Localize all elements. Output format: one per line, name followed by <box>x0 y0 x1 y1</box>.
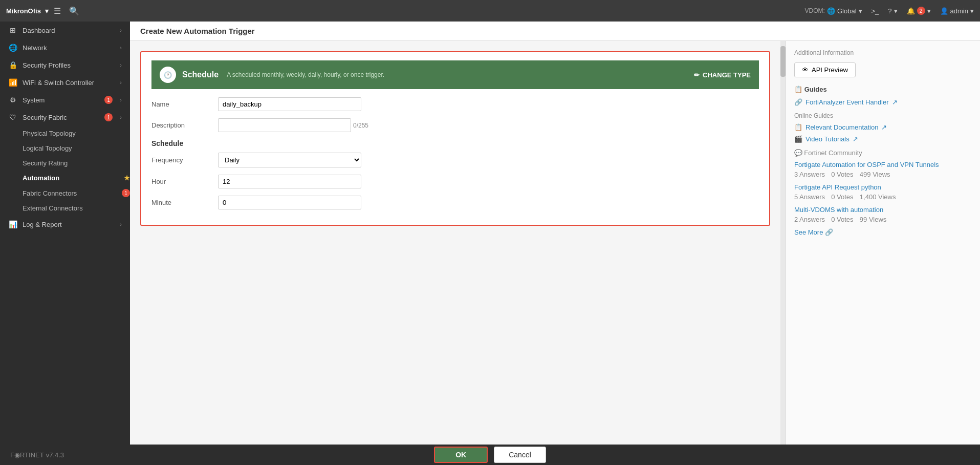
sidebar-item-security-rating[interactable]: Security Rating <box>23 156 130 171</box>
community-link-2[interactable]: Fortigate API Request python <box>794 183 972 191</box>
notifications-button[interactable]: 🔔 2 ▾ <box>907 7 931 15</box>
fortianalyzer-link[interactable]: 🔗 FortiAnalyzer Event Handler ↗ <box>794 98 972 106</box>
sidebar-item-physical-topology[interactable]: Physical Topology <box>23 126 130 141</box>
schedule-title: Schedule <box>182 70 219 79</box>
footer: F◉RTINET v7.4.3 OK Cancel <box>0 445 980 465</box>
sidebar-item-security-fabric[interactable]: 🛡 Security Fabric 1 › <box>0 109 130 126</box>
sidebar-item-system[interactable]: ⚙ System 1 › <box>0 91 130 109</box>
cli-button[interactable]: >_ <box>872 7 879 15</box>
help-icon: ? <box>888 7 891 15</box>
sidebar-item-fabric-connectors[interactable]: Fabric Connectors 1 <box>23 185 130 201</box>
description-row: Description 0/255 <box>151 118 759 132</box>
book-icon: 📋 <box>794 86 802 93</box>
form-fields: Name Description 0/255 Schedule <box>151 89 759 209</box>
brand-arrow: ▾ <box>45 7 49 15</box>
answers-2: 5 Answers <box>794 193 825 201</box>
views-3: 99 Views <box>860 216 887 223</box>
sidebar: ⊞ Dashboard › 🌐 Network › 🔒 Security Pro… <box>0 22 130 445</box>
user-arrow: ▾ <box>970 7 974 15</box>
security-fabric-badge: 1 <box>104 113 113 121</box>
video-tutorials-link[interactable]: 🎬 Video Tutorials ↗ <box>794 135 972 143</box>
system-badge: 1 <box>104 96 113 104</box>
vdom-selector[interactable]: VDOM: 🌐 Global ▾ <box>805 7 862 15</box>
sidebar-item-wifi-switch[interactable]: 📶 WiFi & Switch Controller › <box>0 74 130 91</box>
user-menu[interactable]: 👤 admin ▾ <box>940 7 974 15</box>
sidebar-item-network[interactable]: 🌐 Network › <box>0 39 130 56</box>
topbar-right: VDOM: 🌐 Global ▾ >_ ? ▾ 🔔 2 ▾ 👤 admin ▾ <box>805 7 974 15</box>
brand-logo[interactable]: MikronOfis ▾ <box>6 7 49 15</box>
user-label: admin <box>950 7 968 15</box>
online-guides-label: Online Guides <box>794 112 972 119</box>
dashboard-icon: ⊞ <box>8 26 17 34</box>
minute-label: Minute <box>151 199 218 206</box>
user-icon: 👤 <box>940 7 948 15</box>
clock-icon: 🕐 <box>164 71 172 79</box>
relevant-doc-link[interactable]: 📋 Relevant Documentation ↗ <box>794 123 972 131</box>
community-link-3[interactable]: Multi-VDOMS with automation <box>794 206 972 214</box>
sidebar-item-label: WiFi & Switch Controller <box>23 79 94 87</box>
votes-3: 0 Votes <box>831 216 853 223</box>
description-label: Description <box>151 121 218 129</box>
topbar-icons: ☰ 🔍 <box>54 6 79 16</box>
sidebar-item-label: Security Profiles <box>23 61 71 69</box>
scrollbar-thumb <box>780 46 786 77</box>
right-panel: Additional Information 👁 API Preview 📋 G… <box>786 41 980 445</box>
search-icon[interactable]: 🔍 <box>69 6 79 16</box>
vdom-label: VDOM: <box>805 7 825 14</box>
sidebar-item-automation[interactable]: Automation ★ <box>23 171 130 185</box>
hour-label: Hour <box>151 178 218 185</box>
help-button[interactable]: ? ▾ <box>888 7 897 15</box>
shield-icon: 🛡 <box>8 113 17 121</box>
network-icon: 🌐 <box>8 44 17 52</box>
notification-badge: 2 <box>917 7 925 15</box>
sidebar-item-label: Network <box>23 44 47 52</box>
votes-2: 0 Votes <box>831 193 853 201</box>
fabric-connectors-badge: 1 <box>122 189 130 197</box>
menu-icon[interactable]: ☰ <box>54 6 61 16</box>
community-link-1[interactable]: Fortigate Automation for OSPF and VPN Tu… <box>794 161 972 168</box>
frequency-select[interactable]: Daily Once Hourly Weekly Monthly <box>218 153 361 167</box>
community-meta-1: 3 Answers 0 Votes 499 Views <box>794 171 972 178</box>
chevron-right-icon: › <box>120 45 122 51</box>
sidebar-item-dashboard[interactable]: ⊞ Dashboard › <box>0 22 130 39</box>
vertical-scrollbar[interactable] <box>780 41 786 445</box>
community-meta-3: 2 Answers 0 Votes 99 Views <box>794 216 972 223</box>
automation-label: Automation <box>23 174 59 182</box>
star-icon: ★ <box>124 174 130 182</box>
page-header: Create New Automation Trigger <box>130 22 980 41</box>
chat-icon: 💬 <box>794 149 802 157</box>
name-input[interactable] <box>218 97 361 111</box>
sidebar-item-label: Dashboard <box>23 27 55 34</box>
ok-button[interactable]: OK <box>434 447 488 463</box>
hour-row: Hour <box>151 175 759 188</box>
chevron-down-icon: › <box>120 114 122 120</box>
name-label: Name <box>151 100 218 108</box>
description-count: 0/255 <box>353 122 368 129</box>
log-icon: 📊 <box>8 220 17 228</box>
hour-input[interactable] <box>218 175 361 188</box>
sidebar-item-security-profiles[interactable]: 🔒 Security Profiles › <box>0 56 130 74</box>
fortinet-logo: F◉RTINET <box>10 451 44 459</box>
footer-actions: OK Cancel <box>434 447 546 463</box>
pencil-icon: ✏ <box>694 71 700 79</box>
sidebar-item-external-connectors[interactable]: External Connectors <box>23 201 130 216</box>
schedule-header: 🕐 Schedule A scheduled monthly, weekly, … <box>151 60 759 89</box>
sidebar-item-log-report[interactable]: 📊 Log & Report › <box>0 216 130 233</box>
minute-input[interactable] <box>218 196 361 209</box>
views-1: 499 Views <box>860 171 890 178</box>
doc-icon: 📋 <box>794 123 802 131</box>
description-input[interactable] <box>218 118 351 132</box>
chevron-right-icon: › <box>120 97 122 103</box>
api-preview-label: API Preview <box>812 66 848 74</box>
api-preview-button[interactable]: 👁 API Preview <box>794 62 856 77</box>
sidebar-item-logical-topology[interactable]: Logical Topology <box>23 141 130 156</box>
cancel-button[interactable]: Cancel <box>494 447 546 463</box>
minute-row: Minute <box>151 196 759 209</box>
link-icon: 🔗 <box>794 98 802 106</box>
form-container: 🕐 Schedule A scheduled monthly, weekly, … <box>130 41 980 445</box>
video-icon: 🎬 <box>794 135 802 143</box>
see-more-link[interactable]: See More 🔗 <box>794 228 972 236</box>
see-more-label: See More <box>794 228 823 236</box>
change-type-button[interactable]: ✏ CHANGE TYPE <box>694 71 751 79</box>
form-main: 🕐 Schedule A scheduled monthly, weekly, … <box>130 41 780 445</box>
